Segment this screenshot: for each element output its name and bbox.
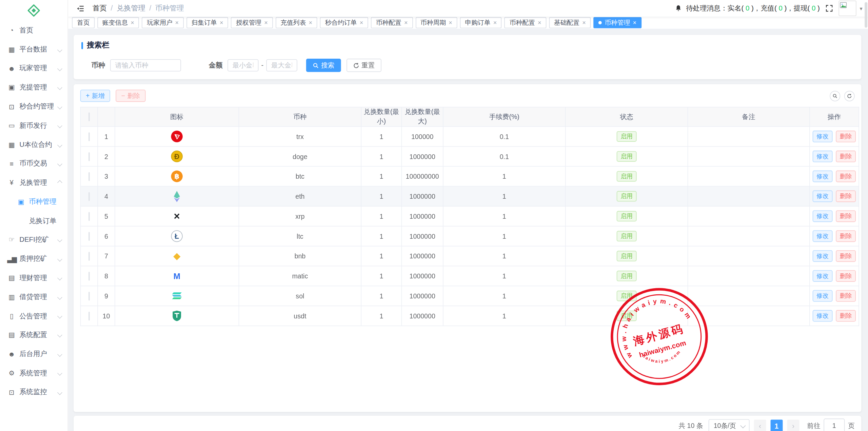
sidebar-item-seconds-contract[interactable]: ⊡秒合约管理 [0, 97, 67, 116]
close-icon[interactable]: × [493, 20, 497, 26]
chevron-down-icon[interactable]: ▾ [860, 5, 862, 12]
max-amount-input[interactable] [266, 59, 297, 72]
breadcrumb-item[interactable]: 兑换管理 [117, 4, 145, 12]
tab-币种配置[interactable]: 币种配置× [371, 17, 413, 28]
edit-button[interactable]: 修改 [813, 171, 833, 182]
sidebar-item-system-config[interactable]: ▤系统配置 [0, 326, 67, 345]
delete-row-button[interactable]: 删除 [836, 270, 856, 281]
edit-button[interactable]: 修改 [813, 191, 833, 202]
search-button[interactable]: 搜索 [306, 59, 341, 72]
tab-首页[interactable]: 首页 [72, 17, 95, 28]
sidebar-item-staking-mining[interactable]: ▃▆质押挖矿 [0, 250, 67, 269]
tab-秒合约订单[interactable]: 秒合约订单× [320, 17, 368, 28]
select-all-checkbox[interactable] [88, 112, 90, 121]
row-checkbox[interactable] [88, 132, 90, 141]
row-checkbox[interactable] [88, 311, 90, 320]
bell-icon[interactable] [675, 4, 682, 12]
sidebar-item-announcement[interactable]: ▯公告管理 [0, 307, 67, 326]
page-size-select[interactable]: 10条/页 [709, 419, 750, 431]
sidebar-item-wealth-manage[interactable]: ▤理财管理 [0, 269, 67, 288]
avatar[interactable] [839, 1, 856, 16]
edit-button[interactable]: 修改 [813, 290, 833, 301]
delete-row-button[interactable]: 删除 [836, 250, 856, 261]
edit-button[interactable]: 修改 [813, 131, 833, 142]
row-checkbox[interactable] [88, 252, 90, 260]
sidebar-item-platform-data[interactable]: ▦平台数据 [0, 40, 67, 59]
close-icon[interactable]: × [309, 20, 313, 26]
sidebar-item-defi-mining[interactable]: ☞DEFI挖矿 [0, 231, 67, 250]
close-icon[interactable]: × [220, 20, 223, 26]
delete-row-button[interactable]: 删除 [836, 191, 856, 202]
add-button[interactable]: + 新增 [80, 90, 110, 102]
row-checkbox[interactable] [88, 212, 90, 220]
min-amount-input[interactable] [228, 59, 258, 72]
delete-button[interactable]: − 删除 [116, 90, 145, 102]
tab-基础配置[interactable]: 基础配置× [549, 17, 591, 28]
delete-row-button[interactable]: 删除 [836, 171, 856, 182]
reset-button[interactable]: 重置 [347, 59, 381, 72]
sidebar-item-system-manage[interactable]: ⚙系统管理 [0, 364, 67, 383]
delete-row-button[interactable]: 删除 [836, 310, 856, 321]
close-icon[interactable]: × [360, 20, 363, 26]
tab-充值列表[interactable]: 充值列表× [276, 17, 317, 28]
row-checkbox[interactable] [88, 192, 90, 201]
delete-row-button[interactable]: 删除 [836, 151, 856, 162]
row-checkbox[interactable] [88, 172, 90, 181]
menu-fold-icon[interactable] [76, 4, 84, 12]
prev-page-button[interactable]: ‹ [754, 420, 766, 431]
close-icon[interactable]: × [131, 20, 134, 26]
sidebar-item-players[interactable]: ☻玩家管理 [0, 59, 67, 78]
scrollbar-thumb[interactable] [864, 2, 867, 28]
tab-授权管理[interactable]: 授权管理× [231, 17, 273, 28]
sidebar-item-home[interactable]: ◔首页 [0, 21, 67, 40]
close-icon[interactable]: × [404, 20, 408, 26]
row-checkbox[interactable] [88, 292, 90, 300]
refresh-table-button[interactable] [844, 91, 855, 101]
row-checkbox[interactable] [88, 232, 90, 240]
close-icon[interactable]: × [449, 20, 452, 26]
tab-币种配置[interactable]: 币种配置× [505, 17, 546, 28]
edit-button[interactable]: 修改 [813, 231, 833, 242]
sidebar-item-exchange-orders[interactable]: 兑换订单 [0, 212, 67, 231]
breadcrumb-item[interactable]: 币种管理 [155, 4, 184, 12]
goto-page-input[interactable] [824, 418, 845, 431]
tab-币种管理[interactable]: 币种管理× [594, 17, 642, 28]
edit-button[interactable]: 修改 [813, 211, 833, 222]
close-icon[interactable]: × [633, 20, 637, 26]
sidebar-item-system-monitor[interactable]: ⊡系统监控 [0, 383, 67, 402]
tab-币种周期[interactable]: 币种周期× [415, 17, 457, 28]
edit-button[interactable]: 修改 [813, 151, 833, 162]
breadcrumb-item[interactable]: 首页 [93, 4, 107, 12]
app-logo[interactable] [0, 0, 67, 21]
sidebar-item-spot-trading[interactable]: ≡币币交易 [0, 154, 67, 173]
fullscreen-icon[interactable] [825, 4, 833, 12]
edit-button[interactable]: 修改 [813, 310, 833, 321]
row-checkbox[interactable] [88, 272, 90, 280]
close-icon[interactable]: × [538, 20, 541, 26]
close-icon[interactable]: × [175, 20, 179, 26]
delete-row-button[interactable]: 删除 [836, 231, 856, 242]
sidebar-item-exchange-manage[interactable]: ¥兑换管理 [0, 173, 67, 192]
current-page-button[interactable]: 1 [771, 420, 783, 431]
sidebar-item-admin-users[interactable]: ☻后台用户 [0, 345, 67, 364]
sidebar-item-lending-manage[interactable]: ▥借贷管理 [0, 288, 67, 307]
edit-button[interactable]: 修改 [813, 270, 833, 281]
tab-玩家用户[interactable]: 玩家用户× [142, 17, 184, 28]
tab-账变信息[interactable]: 账变信息× [97, 17, 139, 28]
tab-申购订单[interactable]: 申购订单× [460, 17, 502, 28]
sidebar-item-deposit-withdraw[interactable]: ▣充提管理 [0, 78, 67, 97]
sidebar-item-usdt-contract[interactable]: ▦U本位合约 [0, 135, 67, 154]
sidebar-item-new-coin-issue[interactable]: ▭新币发行 [0, 116, 67, 135]
next-page-button[interactable]: › [787, 420, 800, 431]
delete-row-button[interactable]: 删除 [836, 211, 856, 222]
edit-button[interactable]: 修改 [813, 250, 833, 261]
coin-input[interactable] [110, 59, 181, 72]
toggle-search-button[interactable] [830, 91, 840, 101]
delete-row-button[interactable]: 删除 [836, 131, 856, 142]
row-checkbox[interactable] [88, 152, 90, 161]
close-icon[interactable]: × [264, 20, 268, 26]
close-icon[interactable]: × [582, 20, 586, 26]
sidebar-item-coin-manage[interactable]: ▣币种管理 [0, 192, 67, 211]
delete-row-button[interactable]: 删除 [836, 290, 856, 301]
tab-归集订单[interactable]: 归集订单× [186, 17, 228, 28]
